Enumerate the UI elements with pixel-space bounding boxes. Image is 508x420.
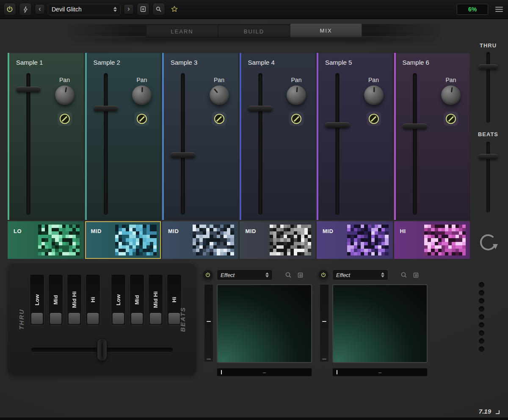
eq-band-label: Mid	[49, 275, 63, 325]
pan-knob[interactable]	[287, 85, 306, 105]
sample-pad-5[interactable]: MID	[317, 221, 393, 259]
power-icon	[320, 272, 326, 278]
slash-circle-icon	[446, 114, 456, 124]
waveform-thumbnail	[270, 225, 311, 255]
beats-eq-band-mid[interactable]: Mid	[130, 274, 144, 326]
sample-pad-4[interactable]: MID	[240, 221, 316, 259]
fader-handle[interactable]	[94, 106, 118, 111]
thru-fader-handle[interactable]	[478, 64, 498, 69]
thru-fader[interactable]	[475, 52, 501, 123]
mute-button[interactable]	[289, 112, 304, 126]
loop-button[interactable]	[476, 230, 500, 255]
grip-dot	[479, 322, 484, 328]
effect-xy-pad[interactable]	[332, 284, 428, 363]
fader-handle[interactable]	[325, 122, 350, 128]
tab-shadow	[68, 37, 440, 42]
effect-xy-pad[interactable]	[217, 284, 312, 363]
mute-button[interactable]	[367, 112, 381, 126]
pad-band-label: HI	[400, 228, 406, 234]
preset-name: Devil Glitch	[52, 6, 111, 13]
waveform-thumbnail	[38, 225, 80, 255]
crossfader[interactable]	[31, 338, 173, 361]
beats-eq-band-mid-hi[interactable]: Mid Hi	[148, 274, 163, 326]
beats-fader[interactable]	[475, 142, 501, 212]
sample-pad-3[interactable]: MID	[162, 221, 238, 259]
fader-handle[interactable]	[171, 152, 195, 158]
sample-pad-6[interactable]: HI	[394, 221, 470, 259]
mute-button[interactable]	[135, 112, 149, 126]
sample-pad-2[interactable]: MID	[85, 221, 161, 259]
mute-button[interactable]	[58, 112, 72, 126]
thru-eq-band-mid-hi[interactable]: Mid Hi	[67, 274, 82, 326]
mute-button[interactable]	[444, 112, 458, 126]
next-preset-button[interactable]: ›	[124, 4, 134, 14]
thru-eq-band-mid[interactable]: Mid	[48, 274, 63, 326]
pan-label: Pan	[446, 77, 456, 83]
tab-mix[interactable]: MIX	[290, 23, 362, 38]
volume-fader[interactable]	[171, 73, 195, 215]
thru-eq-band-low[interactable]: Low	[30, 274, 44, 326]
grip-dot	[479, 314, 484, 320]
pan-knob[interactable]	[210, 85, 229, 105]
tab-build[interactable]: BUILD	[218, 25, 290, 38]
fader-handle[interactable]	[403, 124, 427, 129]
volume-fader[interactable]	[16, 73, 41, 215]
pan-label: Pan	[137, 77, 147, 83]
knob-pointer-icon	[364, 85, 384, 105]
beats-eq-band-low[interactable]: Low	[111, 274, 126, 326]
favorite-button[interactable]	[168, 3, 181, 16]
pan-knob[interactable]	[364, 85, 384, 105]
tab-learn[interactable]: LEARN	[146, 25, 218, 38]
volume-fader[interactable]	[248, 73, 273, 215]
effect-window-icon[interactable]	[411, 271, 420, 279]
lightning-button[interactable]	[19, 3, 32, 16]
beats-fader-handle[interactable]	[478, 154, 498, 159]
effect-select[interactable]: Effect	[217, 269, 273, 280]
power-button[interactable]	[3, 3, 16, 16]
effect-power-button[interactable]	[202, 269, 213, 280]
knob-pointer-icon	[286, 85, 307, 106]
pan-knob[interactable]	[132, 85, 152, 105]
effect-wet-fader[interactable]	[320, 284, 329, 362]
select-arrows-icon	[113, 7, 117, 12]
waveform-thumbnail	[115, 225, 157, 255]
pan-knob[interactable]	[55, 85, 75, 105]
select-arrows-icon	[265, 272, 269, 277]
volume-fader[interactable]	[94, 73, 118, 215]
resize-corner-icon[interactable]	[496, 410, 500, 414]
effect-value-bar[interactable]: –	[332, 368, 428, 376]
effect-wet-fader[interactable]	[204, 284, 213, 362]
drag-dots[interactable]	[479, 282, 484, 352]
value-bar-dash: –	[378, 369, 381, 376]
add-preset-button[interactable]	[137, 3, 149, 16]
effect-window-icon[interactable]	[296, 271, 304, 279]
effect-search-icon[interactable]	[400, 271, 408, 279]
pan-knob[interactable]	[441, 85, 461, 105]
volume-fader[interactable]	[403, 73, 427, 215]
fader-track	[413, 73, 417, 215]
pan-group: Pan	[361, 77, 387, 126]
volume-fader[interactable]	[325, 73, 350, 215]
crossfader-handle[interactable]	[97, 338, 107, 361]
slash-circle-icon	[214, 114, 224, 124]
effect-select-value: Effect	[221, 272, 263, 278]
search-button[interactable]	[152, 3, 165, 16]
pad-band-label: MID	[246, 228, 256, 234]
eq-band-label: Hi	[86, 275, 100, 325]
thru-eq-band-hi[interactable]: Hi	[86, 274, 100, 326]
waveform-thumbnail	[193, 225, 234, 255]
effect-select[interactable]: Effect	[332, 269, 388, 280]
prev-preset-button[interactable]: ‹	[35, 4, 45, 14]
fader-handle[interactable]	[16, 87, 41, 92]
mute-button[interactable]	[212, 112, 226, 126]
effect-power-button[interactable]	[318, 269, 329, 280]
eq-panel: THRU Low Mid Mid Hi Hi Low Mid Mid Hi Hi…	[8, 263, 196, 376]
effect-search-icon[interactable]	[284, 271, 293, 279]
grip-dot	[479, 282, 484, 288]
fader-handle[interactable]	[248, 106, 273, 111]
beats-eq-bands: Low Mid Mid Hi Hi	[111, 274, 182, 326]
effect-value-bar[interactable]: –	[217, 368, 312, 376]
sample-pad-1[interactable]: LO	[8, 221, 84, 259]
menu-button[interactable]	[494, 4, 505, 15]
preset-select[interactable]: Devil Glitch	[48, 4, 121, 15]
